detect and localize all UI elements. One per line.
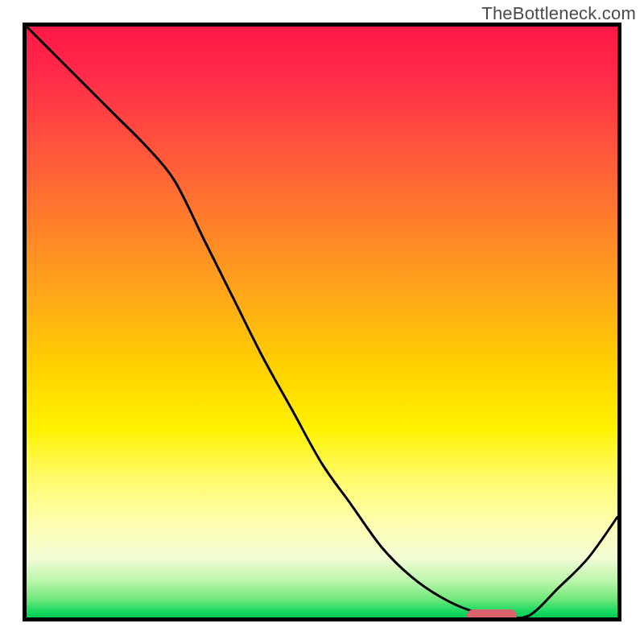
bottleneck-curve	[27, 27, 617, 617]
curve-svg	[27, 27, 617, 617]
plot-area	[23, 23, 621, 621]
optimal-marker	[467, 609, 517, 621]
watermark-text: TheBottleneck.com	[481, 3, 636, 24]
chart-container: TheBottleneck.com	[0, 0, 644, 644]
